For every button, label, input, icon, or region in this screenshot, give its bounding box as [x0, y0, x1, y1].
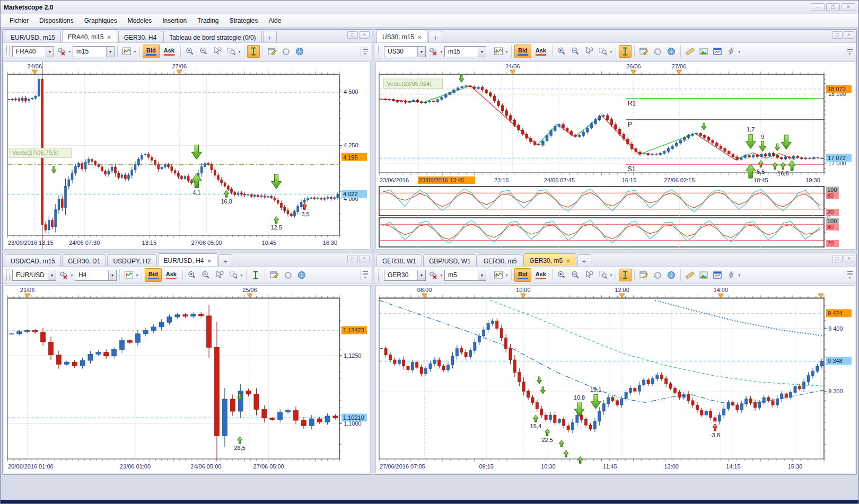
link-icon[interactable] — [427, 45, 440, 58]
tab-close-icon[interactable]: ✕ — [417, 34, 422, 40]
tab-ger30-m5[interactable]: GER30, m5 — [478, 254, 523, 266]
chevron-down-icon[interactable]: ▼ — [133, 50, 137, 54]
tab-close-icon[interactable]: ✕ — [207, 258, 212, 264]
add-tab-button[interactable]: + — [577, 254, 591, 266]
minimize-button[interactable]: — — [811, 3, 825, 11]
tab-ger30-h4[interactable]: GER30, H4 — [118, 31, 162, 42]
chevron-down-icon[interactable]: ▼ — [46, 47, 54, 57]
strategy-icon[interactable] — [725, 45, 738, 58]
toolbar-grip[interactable] — [6, 46, 10, 57]
chevron-down-icon[interactable]: ▼ — [609, 50, 613, 54]
toolbar-grip[interactable] — [6, 269, 10, 281]
zoom-out-icon[interactable] — [569, 269, 582, 281]
chevron-down-icon[interactable]: ▼ — [609, 273, 613, 277]
panel-close-button[interactable]: ✕ — [844, 255, 854, 262]
box-zoom-icon[interactable] — [227, 269, 240, 281]
chart-type-icon[interactable] — [122, 269, 135, 281]
tab-gbp-usd-w1[interactable]: GBP/USD, W1 — [423, 254, 477, 266]
panel-maximize-button[interactable]: ▢ — [347, 31, 358, 39]
instrument-select[interactable]: EUR/USD▼ — [12, 270, 56, 281]
note-icon[interactable] — [266, 45, 278, 58]
timeframe-select[interactable]: m15▼ — [444, 46, 486, 57]
tab-ger30-w1[interactable]: GER30, W1 — [376, 254, 422, 266]
share-icon[interactable] — [282, 269, 294, 281]
menu-item-strategies[interactable]: Strategies — [224, 15, 262, 26]
timeframe-select[interactable]: m5▼ — [444, 270, 486, 281]
chevron-down-icon[interactable]: ▼ — [70, 273, 74, 277]
globe-icon[interactable] — [295, 269, 308, 281]
zoom-out-icon[interactable] — [197, 45, 210, 58]
toolbar-grip[interactable] — [378, 46, 381, 57]
zoom-out-icon[interactable] — [199, 269, 212, 281]
chart-canvas-us30[interactable]: R1PS124/0626/0627/0618 00017 00018 07317… — [375, 61, 855, 250]
pointer-zoom-icon[interactable] — [583, 45, 595, 58]
menu-item-aide[interactable]: Aide — [264, 15, 286, 26]
panel-maximize-button[interactable]: ▢ — [832, 255, 843, 262]
zoom-in-icon[interactable] — [183, 45, 196, 58]
chevron-down-icon[interactable]: ▼ — [440, 273, 443, 277]
chart-svg-eurusd[interactable]: 21/0625/061,12501,10001,134231,1021020/0… — [4, 286, 370, 473]
pointer-zoom-icon[interactable] — [583, 269, 595, 281]
add-tab-button[interactable]: + — [263, 31, 277, 42]
menu-item-trading[interactable]: Trading — [192, 15, 223, 26]
tab-fra40-m15[interactable]: FRA40, m15✕ — [62, 30, 117, 42]
tab-eur-usd-h4[interactable]: EUR/USD, H4✕ — [158, 253, 217, 266]
zoom-in-icon[interactable] — [555, 45, 568, 58]
tab-eur-usd-m15[interactable]: EUR/USD, m15 — [5, 31, 61, 42]
chevron-down-icon[interactable]: ▼ — [108, 270, 116, 280]
chevron-down-icon[interactable]: ▼ — [738, 273, 741, 277]
close-button[interactable]: ✕ — [842, 3, 855, 11]
toolbar-overflow-button[interactable]: ▼ — [360, 46, 370, 57]
ask-button[interactable]: Ask — [532, 45, 549, 58]
tab-close-icon[interactable]: ✕ — [107, 34, 111, 40]
link-icon[interactable] — [57, 269, 70, 281]
tab-ger30-d1[interactable]: GER30, D1 — [62, 254, 106, 266]
chart-canvas-eurusd[interactable]: 21/0625/061,12501,10001,134231,1021020/0… — [4, 285, 371, 473]
bid-button[interactable]: Bid — [514, 268, 531, 282]
globe-icon[interactable] — [665, 45, 678, 58]
tab-us30-m15[interactable]: US30, m15✕ — [376, 30, 427, 42]
add-tab-button[interactable]: + — [218, 254, 232, 266]
chart-window-icon[interactable] — [711, 269, 724, 281]
crosshair-icon[interactable] — [619, 45, 632, 58]
box-zoom-icon[interactable] — [597, 45, 609, 58]
globe-icon[interactable] — [293, 45, 306, 58]
panel-close-button[interactable]: ✕ — [359, 255, 370, 262]
ask-button[interactable]: Ask — [532, 268, 549, 282]
share-icon[interactable] — [651, 269, 664, 281]
tab-usd-cad-m15[interactable]: USD/CAD, m15 — [5, 254, 61, 266]
chevron-down-icon[interactable]: ▼ — [68, 50, 72, 54]
strategy-icon[interactable] — [725, 269, 738, 281]
titlebar[interactable]: Marketscope 2.0 —▢✕ — [1, 1, 858, 14]
pointer-zoom-icon[interactable] — [213, 269, 226, 281]
chart-svg-us30[interactable]: R1PS124/0626/0627/0618 00017 00018 07317… — [376, 62, 855, 249]
instrument-select[interactable]: GER30▼ — [384, 270, 426, 281]
crosshair-icon[interactable] — [247, 45, 260, 58]
chart-type-icon[interactable] — [492, 269, 505, 281]
instrument-select[interactable]: US30▼ — [384, 46, 426, 57]
menu-item-modeles[interactable]: Modeles — [123, 15, 156, 26]
tab-usd-jpy-h2[interactable]: USD/JPY, H2 — [107, 254, 156, 266]
box-zoom-icon[interactable] — [225, 45, 238, 58]
crosshair-icon[interactable] — [619, 269, 632, 281]
tab-close-icon[interactable]: ✕ — [566, 258, 570, 264]
chart-canvas-fra40[interactable]: 24/0627/064 5004 2504 0004 1954 02223/06… — [4, 61, 371, 250]
chevron-down-icon[interactable]: ▼ — [417, 270, 425, 280]
image-icon[interactable] — [697, 269, 710, 281]
timeframe-select[interactable]: m15▼ — [73, 46, 115, 57]
toolbar-overflow-button[interactable]: ▼ — [845, 270, 854, 280]
image-icon[interactable] — [697, 45, 710, 58]
menu-item-graphiques[interactable]: Graphiques — [80, 15, 122, 26]
bid-button[interactable]: Bid — [143, 45, 160, 58]
share-icon[interactable] — [651, 45, 664, 58]
bid-button[interactable]: Bid — [514, 45, 531, 58]
chevron-down-icon[interactable]: ▼ — [238, 50, 241, 54]
panel-maximize-button[interactable]: ▢ — [347, 255, 358, 262]
ruler-icon[interactable] — [683, 269, 696, 281]
chart-window-icon[interactable] — [711, 45, 724, 58]
add-tab-button[interactable]: + — [428, 31, 442, 42]
crosshair-icon[interactable] — [249, 269, 262, 281]
toolbar-overflow-button[interactable]: ▼ — [360, 270, 370, 280]
ask-button[interactable]: Ask — [163, 268, 180, 282]
menu-item-insertion[interactable]: Insertion — [157, 15, 191, 26]
